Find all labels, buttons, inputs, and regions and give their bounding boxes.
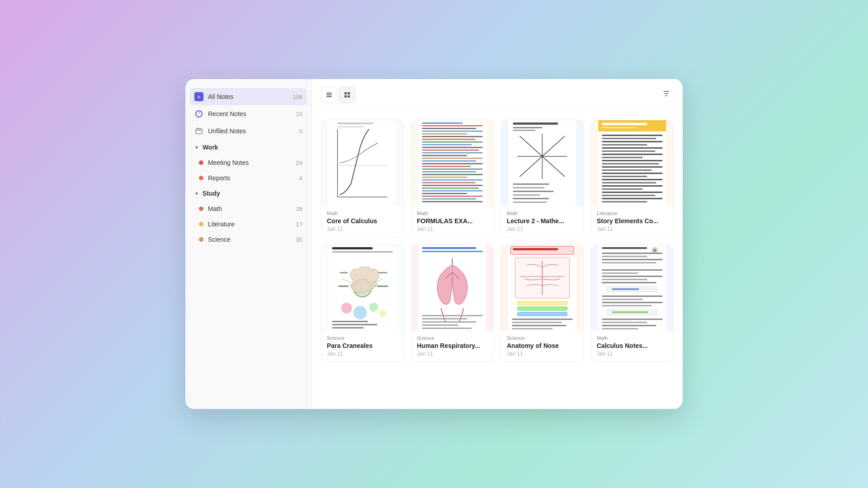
note-card-8[interactable]: Math Calculus Notes... Jan 11	[591, 244, 674, 362]
note-card-3[interactable]: Math Lecture 2 - Mathe... Jan 11	[501, 120, 584, 237]
svg-rect-65	[602, 141, 663, 142]
svg-rect-81	[602, 192, 663, 193]
unfiled-notes-label: Unfiled Notes	[208, 127, 299, 135]
svg-rect-89	[378, 272, 387, 273]
svg-rect-80	[602, 188, 643, 190]
svg-rect-140	[602, 282, 656, 283]
toolbar	[312, 79, 683, 111]
note-card-4[interactable]: Literature Story Elements Co... Jan 11	[591, 120, 674, 237]
svg-rect-16	[422, 125, 483, 127]
sort-button[interactable]	[659, 86, 674, 103]
svg-rect-60	[599, 120, 666, 131]
all-notes-label: All Notes	[208, 93, 292, 100]
literature-count: 17	[296, 221, 302, 228]
sidebar-item-all-notes[interactable]: ≡ All Notes 108	[190, 88, 307, 105]
svg-rect-24	[422, 147, 483, 148]
note-card-2[interactable]: Math FORMULAS EXA... Jan 11	[411, 120, 494, 237]
svg-rect-38	[422, 185, 483, 186]
svg-rect-112	[422, 324, 458, 326]
svg-rect-31	[422, 166, 471, 167]
svg-rect-105	[422, 247, 476, 249]
main-content: Math Core of Calculus Jan 11	[312, 79, 683, 409]
svg-rect-17	[422, 128, 476, 129]
recent-notes-count: 10	[296, 111, 302, 117]
sidebar-item-meeting-notes[interactable]: Meeting Notes 24	[185, 155, 311, 170]
svg-rect-42	[422, 196, 483, 197]
note-title-3: Lecture 2 - Mathe...	[507, 217, 578, 225]
svg-rect-134	[602, 262, 656, 263]
svg-rect-123	[512, 319, 573, 320]
sidebar-item-unfiled-notes[interactable]: Unfiled Notes 0	[185, 122, 311, 140]
note-category-8: Math	[597, 335, 668, 341]
unfiled-notes-icon	[194, 127, 203, 136]
svg-rect-13	[338, 126, 365, 127]
svg-rect-7	[348, 95, 350, 98]
note-info-4: Literature Story Elements Co... Jan 11	[591, 206, 673, 237]
note-date-3: Jan 11	[507, 226, 578, 232]
svg-rect-130	[602, 247, 647, 249]
math-dot-icon	[199, 206, 203, 211]
grid-view-button[interactable]	[339, 87, 355, 103]
sidebar-item-recent-notes[interactable]: Recent Notes 10	[185, 105, 311, 122]
svg-rect-74	[602, 169, 652, 171]
svg-rect-144	[602, 299, 643, 300]
svg-rect-131	[602, 253, 663, 254]
note-card-7[interactable]: Science Anatomy of Nose Jan 11	[501, 244, 584, 362]
note-thumbnail-1	[321, 120, 403, 206]
sidebar-item-literature[interactable]: Literature 17	[185, 216, 311, 232]
note-thumbnail-8	[591, 245, 673, 331]
svg-rect-82	[602, 195, 656, 196]
svg-rect-78	[602, 182, 656, 183]
svg-rect-84	[602, 201, 647, 202]
svg-rect-152	[602, 328, 638, 329]
svg-rect-121	[518, 307, 567, 310]
svg-rect-3	[326, 96, 332, 97]
meeting-notes-count: 24	[296, 160, 302, 166]
note-date-7: Jan 11	[507, 351, 578, 357]
svg-rect-64	[602, 138, 656, 139]
svg-rect-18	[422, 131, 483, 132]
svg-rect-106	[422, 251, 483, 252]
list-view-button[interactable]	[321, 87, 337, 103]
reports-count: 4	[299, 175, 302, 182]
sidebar-section-study[interactable]: ▼ Study	[185, 186, 311, 201]
svg-rect-66	[602, 144, 647, 145]
note-title-5: Para Craneales	[327, 342, 398, 349]
svg-rect-26	[422, 152, 483, 154]
literature-label: Literature	[208, 221, 296, 228]
svg-rect-54	[513, 194, 540, 196]
note-card-6[interactable]: Science Human Respiratory... Jan 11	[411, 244, 494, 362]
svg-rect-122	[518, 312, 567, 316]
note-title-2: FORMULAS EXA...	[417, 217, 488, 225]
svg-rect-120	[518, 301, 567, 305]
svg-rect-129	[654, 249, 656, 252]
svg-rect-35	[422, 177, 467, 178]
sidebar-item-science[interactable]: Science 35	[185, 232, 311, 247]
svg-point-98	[379, 310, 387, 317]
note-card-5[interactable]: Science Para Craneales Jan 11	[321, 244, 404, 362]
svg-rect-139	[602, 279, 647, 280]
svg-rect-70	[602, 157, 643, 158]
svg-rect-41	[422, 193, 467, 194]
sidebar-section-work[interactable]: ▼ Work	[185, 140, 311, 155]
svg-rect-6	[344, 95, 347, 98]
svg-rect-124	[512, 322, 562, 323]
svg-rect-109	[422, 315, 483, 316]
svg-rect-33	[422, 171, 476, 173]
sidebar-item-math[interactable]: Math 28	[185, 201, 311, 216]
note-date-1: Jan 11	[327, 226, 398, 232]
svg-rect-132	[602, 256, 647, 257]
note-card-1[interactable]: Math Core of Calculus Jan 11	[321, 120, 404, 237]
note-thumbnail-7	[501, 245, 583, 331]
svg-rect-83	[602, 198, 663, 199]
all-notes-icon: ≡	[194, 92, 203, 101]
note-date-8: Jan 11	[597, 351, 668, 357]
svg-point-96	[354, 306, 367, 319]
sidebar-item-reports[interactable]: Reports 4	[185, 170, 311, 186]
note-date-2: Jan 11	[417, 226, 488, 232]
note-title-1: Core of Calculus	[327, 217, 398, 225]
svg-rect-125	[512, 325, 566, 326]
svg-rect-28	[422, 158, 483, 159]
note-date-4: Jan 11	[597, 226, 668, 232]
svg-rect-75	[602, 173, 663, 174]
